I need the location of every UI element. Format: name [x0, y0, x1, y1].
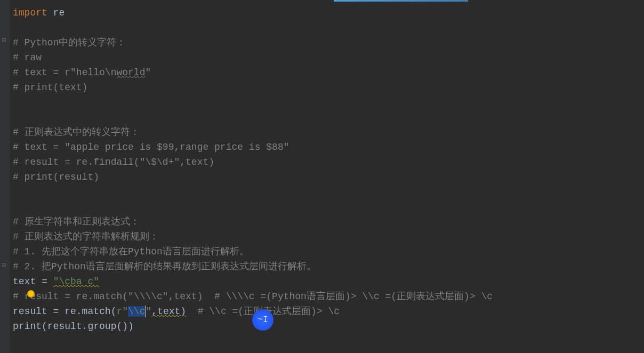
comment-text: # print(text) [13, 82, 87, 93]
comment-text: # 正则表达式中的转义字符： [13, 127, 140, 138]
comment-text: # print(result) [13, 172, 99, 182]
code-line[interactable]: import re [13, 5, 641, 20]
fold-marker-icon[interactable]: ⊟ [2, 33, 6, 48]
comment-text: # 原生字符串和正则表达式： [13, 216, 140, 227]
comment-text: # raw [13, 52, 42, 63]
code-line[interactable]: # 1. 先把这个字符串放在Python语言层面进行解析。 [13, 244, 641, 259]
comment-text: # result = re.findall("\$\d+",text) [13, 157, 214, 167]
code-line[interactable] [13, 95, 641, 110]
code-line[interactable]: # text = "apple price is $99,range price… [13, 140, 641, 155]
fold-marker-icon[interactable]: ⊟ [2, 258, 6, 273]
comment-text: # \\c =(正则表达式层面)> \c [186, 306, 340, 317]
code-line[interactable]: # result = re.match("\\\\c",text) # \\\\… [13, 289, 641, 304]
comment-text: # text = "apple price is $99,range price… [13, 142, 289, 153]
code-line[interactable]: print(result.group()) [13, 319, 641, 334]
code-line[interactable]: result = re.match(r"\\c",text) # \\c =(正… [13, 304, 641, 319]
string-open: " [122, 306, 128, 317]
comment-text: # 正则表达式的字符串解析规则： [13, 231, 159, 242]
selected-text: \\c [128, 306, 145, 317]
comment-text: # result = re.match("\\\\c",text) # \\\\… [13, 291, 493, 302]
code-text: ,text) [151, 306, 186, 317]
code-line[interactable]: # print(text) [13, 80, 641, 95]
code-line[interactable] [13, 184, 641, 199]
code-line[interactable] [13, 20, 641, 35]
code-line[interactable] [13, 199, 641, 214]
code-line[interactable] [13, 110, 641, 125]
comment-text: # text = r"hello\nworld" [13, 67, 151, 78]
code-text: print(result.group()) [13, 321, 134, 332]
code-line[interactable]: text = "\cba c" [13, 274, 641, 289]
code-area[interactable]: import re # Python中的转义字符： # raw # text =… [10, 0, 644, 353]
code-line[interactable]: # 正则表达式中的转义字符： [13, 125, 641, 140]
code-line[interactable]: # Python中的转义字符： [13, 35, 641, 50]
module-name: re [47, 7, 65, 18]
intention-bulb-icon[interactable] [27, 290, 35, 298]
code-editor[interactable]: ⊟ ⊟ import re # Python中的转义字符： # raw # te… [0, 0, 644, 353]
keyword-import: import [13, 7, 47, 18]
raw-prefix: r [116, 306, 122, 317]
code-line[interactable]: # 2. 把Python语言层面解析的结果再放到正则表达式层间进行解析。 [13, 259, 641, 274]
text-caret [145, 306, 146, 317]
code-text: text = [13, 276, 53, 287]
comment-text: # 2. 把Python语言层面解析的结果再放到正则表达式层间进行解析。 [13, 261, 316, 272]
comment-text: # Python中的转义字符： [13, 37, 126, 48]
comment-text: # 1. 先把这个字符串放在Python语言层面进行解析。 [13, 246, 249, 257]
code-line[interactable]: # 正则表达式的字符串解析规则： [13, 229, 641, 244]
code-line[interactable]: # raw [13, 50, 641, 65]
code-line[interactable]: # 原生字符串和正则表达式： [13, 214, 641, 229]
code-line[interactable]: # text = r"hello\nworld" [13, 65, 641, 80]
code-line[interactable]: # print(result) [13, 170, 641, 184]
gutter[interactable]: ⊟ ⊟ [0, 0, 10, 353]
string-close: " [146, 306, 151, 317]
code-text: result = re.match( [13, 306, 116, 317]
code-line[interactable]: # result = re.findall("\$\d+",text) [13, 155, 641, 170]
string-literal: "\cba c" [53, 276, 99, 287]
